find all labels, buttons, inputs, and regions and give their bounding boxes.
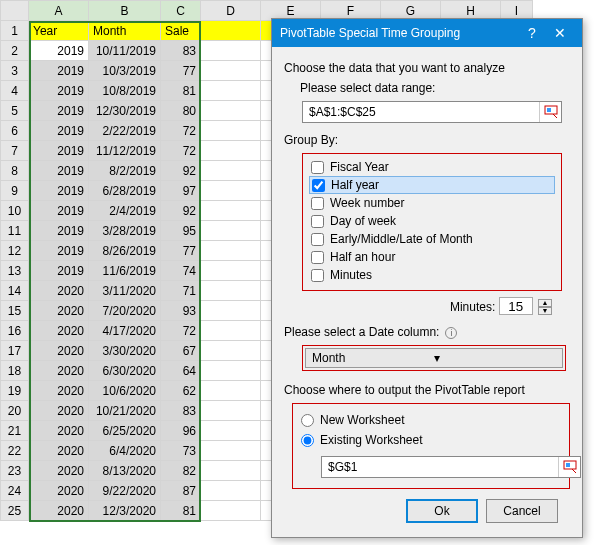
cell-D17[interactable] (201, 341, 261, 361)
cell-B13[interactable]: 11/6/2019 (89, 261, 161, 281)
output-range-picker-icon[interactable] (558, 457, 580, 477)
row-header-25[interactable]: 25 (1, 501, 29, 521)
cell-C25[interactable]: 81 (161, 501, 201, 521)
group-row-day-of-week[interactable]: Day of week (309, 212, 555, 230)
cell-B19[interactable]: 10/6/2020 (89, 381, 161, 401)
cell-D6[interactable] (201, 121, 261, 141)
group-checkbox[interactable] (311, 197, 324, 210)
cell-A24[interactable]: 2020 (29, 481, 89, 501)
output-existing-radio[interactable] (301, 434, 314, 447)
row-header-3[interactable]: 3 (1, 61, 29, 81)
row-header-23[interactable]: 23 (1, 461, 29, 481)
cell-B22[interactable]: 6/4/2020 (89, 441, 161, 461)
row-header-16[interactable]: 16 (1, 321, 29, 341)
cell-B20[interactable]: 10/21/2020 (89, 401, 161, 421)
row-header-15[interactable]: 15 (1, 301, 29, 321)
minutes-spinner[interactable]: ▲▼ (538, 299, 552, 315)
cell-A15[interactable]: 2020 (29, 301, 89, 321)
cell-A3[interactable]: 2019 (29, 61, 89, 81)
row-header-18[interactable]: 18 (1, 361, 29, 381)
cell-A16[interactable]: 2020 (29, 321, 89, 341)
row-header-12[interactable]: 12 (1, 241, 29, 261)
group-row-week-number[interactable]: Week number (309, 194, 555, 212)
cell-B1[interactable]: Month (89, 21, 161, 41)
cell-C1[interactable]: Sale (161, 21, 201, 41)
group-checkbox[interactable] (312, 179, 325, 192)
row-header-14[interactable]: 14 (1, 281, 29, 301)
cell-D19[interactable] (201, 381, 261, 401)
cell-D1[interactable] (201, 21, 261, 41)
cell-D11[interactable] (201, 221, 261, 241)
cell-A11[interactable]: 2019 (29, 221, 89, 241)
group-checkbox[interactable] (311, 215, 324, 228)
cell-B2[interactable]: 10/11/2019 (89, 41, 161, 61)
row-header-24[interactable]: 24 (1, 481, 29, 501)
cell-D14[interactable] (201, 281, 261, 301)
col-header-B[interactable]: B (89, 1, 161, 21)
minutes-input[interactable] (499, 297, 533, 315)
info-icon[interactable]: i (445, 327, 457, 339)
row-header-10[interactable]: 10 (1, 201, 29, 221)
cell-A22[interactable]: 2020 (29, 441, 89, 461)
cell-C24[interactable]: 87 (161, 481, 201, 501)
col-header-D[interactable]: D (201, 1, 261, 21)
row-header-7[interactable]: 7 (1, 141, 29, 161)
cell-B9[interactable]: 6/28/2019 (89, 181, 161, 201)
group-row-half-an-hour[interactable]: Half an hour (309, 248, 555, 266)
cell-D7[interactable] (201, 141, 261, 161)
row-header-4[interactable]: 4 (1, 81, 29, 101)
col-header-A[interactable]: A (29, 1, 89, 21)
cell-C7[interactable]: 72 (161, 141, 201, 161)
cell-C8[interactable]: 92 (161, 161, 201, 181)
group-checkbox[interactable] (311, 269, 324, 282)
range-picker-icon[interactable] (539, 102, 561, 122)
cell-D24[interactable] (201, 481, 261, 501)
cell-A4[interactable]: 2019 (29, 81, 89, 101)
cell-C6[interactable]: 72 (161, 121, 201, 141)
cell-B10[interactable]: 2/4/2019 (89, 201, 161, 221)
cell-D16[interactable] (201, 321, 261, 341)
cell-A10[interactable]: 2019 (29, 201, 89, 221)
cell-D25[interactable] (201, 501, 261, 521)
group-checkbox[interactable] (311, 251, 324, 264)
row-header-6[interactable]: 6 (1, 121, 29, 141)
cell-B17[interactable]: 3/30/2020 (89, 341, 161, 361)
cell-D2[interactable] (201, 41, 261, 61)
cell-B14[interactable]: 3/11/2020 (89, 281, 161, 301)
cell-B4[interactable]: 10/8/2019 (89, 81, 161, 101)
cell-D4[interactable] (201, 81, 261, 101)
cell-D12[interactable] (201, 241, 261, 261)
cell-D21[interactable] (201, 421, 261, 441)
corner-cell[interactable] (1, 1, 29, 21)
cell-A23[interactable]: 2020 (29, 461, 89, 481)
cell-D20[interactable] (201, 401, 261, 421)
row-header-13[interactable]: 13 (1, 261, 29, 281)
cell-A21[interactable]: 2020 (29, 421, 89, 441)
cell-C15[interactable]: 93 (161, 301, 201, 321)
row-header-22[interactable]: 22 (1, 441, 29, 461)
output-new-radio-row[interactable]: New Worksheet (301, 410, 561, 430)
cell-B5[interactable]: 12/30/2019 (89, 101, 161, 121)
cell-C18[interactable]: 64 (161, 361, 201, 381)
cell-C9[interactable]: 97 (161, 181, 201, 201)
cell-D5[interactable] (201, 101, 261, 121)
cell-B24[interactable]: 9/22/2020 (89, 481, 161, 501)
cell-C22[interactable]: 73 (161, 441, 201, 461)
cell-C20[interactable]: 83 (161, 401, 201, 421)
cell-A1[interactable]: Year (29, 21, 89, 41)
output-new-radio[interactable] (301, 414, 314, 427)
group-row-minutes[interactable]: Minutes (309, 266, 555, 284)
cell-C3[interactable]: 77 (161, 61, 201, 81)
row-header-20[interactable]: 20 (1, 401, 29, 421)
help-button[interactable]: ? (518, 25, 546, 41)
cell-A7[interactable]: 2019 (29, 141, 89, 161)
row-header-19[interactable]: 19 (1, 381, 29, 401)
row-header-17[interactable]: 17 (1, 341, 29, 361)
cell-A25[interactable]: 2020 (29, 501, 89, 521)
group-checkbox[interactable] (311, 161, 324, 174)
cell-D3[interactable] (201, 61, 261, 81)
cell-C4[interactable]: 81 (161, 81, 201, 101)
cell-A17[interactable]: 2020 (29, 341, 89, 361)
cell-C2[interactable]: 83 (161, 41, 201, 61)
output-existing-radio-row[interactable]: Existing Worksheet (301, 430, 561, 450)
